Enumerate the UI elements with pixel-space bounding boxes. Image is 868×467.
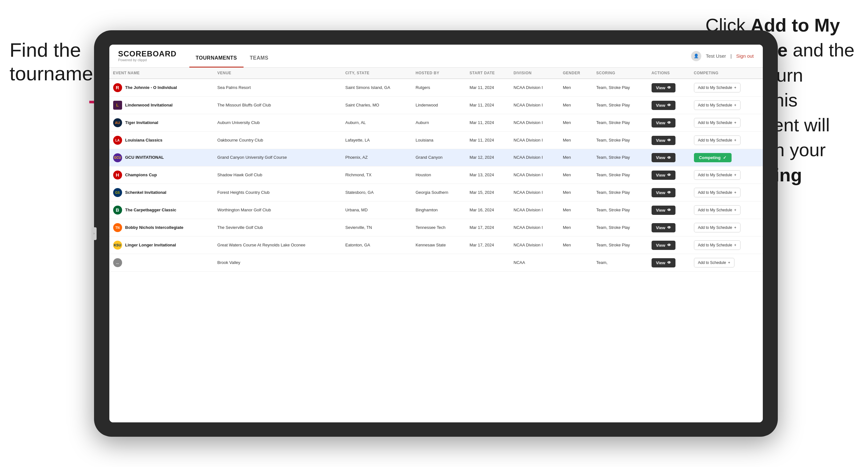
view-button[interactable]: View 👁 — [652, 258, 676, 268]
competing-cell: Add to My Schedule + — [690, 97, 763, 114]
competing-cell: Add to My Schedule + — [690, 79, 763, 97]
view-button[interactable]: View 👁 — [652, 206, 676, 215]
table-row: R The Johnnie - O Individual Sea Palms R… — [109, 79, 763, 97]
division-cell: NCAA Division I — [510, 149, 559, 166]
scoring-cell: Team, Stroke Play — [593, 149, 648, 166]
col-venue: VENUE — [214, 68, 341, 79]
plus-icon: + — [734, 173, 736, 177]
event-name-cell: ... — [109, 254, 214, 272]
add-to-schedule-label: Add to Schedule — [698, 260, 726, 265]
tab-teams[interactable]: TEAMS — [244, 55, 275, 68]
event-name-cell: R The Johnnie - O Individual — [109, 79, 214, 97]
table-row: TN Bobby Nichols Intercollegiate The Sev… — [109, 219, 763, 237]
start-date-cell: Mar 15, 2024 — [466, 184, 510, 201]
competing-cell: Add to My Schedule + — [690, 132, 763, 149]
eye-icon: 👁 — [667, 260, 671, 265]
scoring-cell: Team, Stroke Play — [593, 97, 648, 114]
col-scoring: SCORING — [593, 68, 648, 79]
gender-cell: Men — [559, 237, 593, 254]
hosted-by-cell — [412, 254, 466, 272]
view-button-label: View — [656, 103, 665, 108]
actions-cell: View 👁 — [648, 219, 690, 237]
city-state-cell: Urbana, MD — [341, 201, 411, 219]
gender-cell: Men — [559, 184, 593, 201]
add-to-schedule-label: Add to My Schedule — [698, 225, 732, 230]
city-state-cell: Saint Charles, MO — [341, 97, 411, 114]
scoring-cell: Team, Stroke Play — [593, 201, 648, 219]
event-name-text: Bobby Nichols Intercollegiate — [125, 225, 184, 230]
team-logo: L — [113, 101, 122, 110]
view-button[interactable]: View 👁 — [652, 170, 676, 180]
view-button[interactable]: View 👁 — [652, 153, 676, 162]
view-button[interactable]: View 👁 — [652, 118, 676, 127]
app-header: SCOREBOARD Powered by clippd TOURNAMENTS… — [109, 44, 763, 68]
nav-tabs: TOURNAMENTS TEAMS — [189, 44, 275, 68]
add-to-schedule-button[interactable]: Add to My Schedule + — [694, 205, 741, 215]
sign-out-link[interactable]: Sign out — [736, 53, 753, 59]
add-to-schedule-button[interactable]: Add to My Schedule + — [694, 188, 741, 197]
scoring-cell: Team, Stroke Play — [593, 237, 648, 254]
eye-icon: 👁 — [667, 121, 671, 125]
division-cell: NCAA Division I — [510, 166, 559, 184]
event-name-text: Lindenwood Invitational — [125, 103, 173, 108]
city-state-cell: Saint Simons Island, GA — [341, 79, 411, 97]
add-to-schedule-button[interactable]: Add to My Schedule + — [694, 170, 741, 180]
scoring-cell: Team, Stroke Play — [593, 219, 648, 237]
add-to-schedule-button[interactable]: Add to My Schedule + — [694, 100, 741, 110]
team-logo: GCU — [113, 153, 122, 162]
user-label: Test User — [706, 53, 726, 59]
gender-cell: Men — [559, 97, 593, 114]
add-to-schedule-button[interactable]: Add to My Schedule + — [694, 135, 741, 145]
add-to-schedule-button[interactable]: Add to My Schedule + — [694, 240, 741, 250]
logo-sub: Powered by clippd — [118, 58, 177, 62]
event-name-text: The Johnnie - O Individual — [125, 85, 177, 91]
view-button-label: View — [656, 173, 665, 178]
view-button[interactable]: View 👁 — [652, 83, 676, 92]
add-to-schedule-button[interactable]: Add to My Schedule + — [694, 83, 741, 92]
checkmark-icon: ✓ — [723, 155, 726, 160]
city-state-cell: Phoenix, AZ — [341, 149, 411, 166]
event-name-text: The Carpetbagger Classic — [125, 208, 176, 213]
competing-button[interactable]: Competing ✓ — [694, 153, 732, 162]
hosted-by-cell: Binghamton — [412, 201, 466, 219]
team-logo: GS — [113, 188, 122, 197]
table-row: GS Schenkel Invitational Forest Heights … — [109, 184, 763, 201]
event-name-text: GCU INVITATIONAL — [125, 155, 164, 160]
add-to-schedule-button[interactable]: Add to My Schedule + — [694, 223, 741, 232]
view-button[interactable]: View 👁 — [652, 101, 676, 110]
plus-icon: + — [734, 190, 736, 195]
view-button[interactable]: View 👁 — [652, 188, 676, 197]
eye-icon: 👁 — [667, 243, 671, 247]
event-name-cell: B The Carpetbagger Classic — [109, 201, 214, 219]
venue-cell: Worthington Manor Golf Club — [214, 201, 341, 219]
view-button[interactable]: View 👁 — [652, 136, 676, 145]
sidebar-toggle[interactable]: › — [92, 227, 97, 240]
division-cell: NCAA Division I — [510, 132, 559, 149]
table-row: AU Tiger Invitational Auburn University … — [109, 114, 763, 132]
city-state-cell — [341, 254, 411, 272]
actions-cell: View 👁 — [648, 114, 690, 132]
plus-icon: + — [728, 260, 730, 265]
add-to-schedule-label: Add to My Schedule — [698, 138, 732, 143]
venue-cell: Grand Canyon University Golf Course — [214, 149, 341, 166]
tab-tournaments[interactable]: TOURNAMENTS — [189, 55, 244, 68]
col-actions: ACTIONS — [648, 68, 690, 79]
competing-cell: Add to Schedule + — [690, 254, 763, 272]
division-cell: NCAA Division I — [510, 201, 559, 219]
start-date-cell: Mar 12, 2024 — [466, 149, 510, 166]
event-name-cell: LA Louisiana Classics — [109, 132, 214, 149]
eye-icon: 👁 — [667, 208, 671, 212]
user-avatar: 👤 — [691, 51, 701, 61]
add-to-schedule-button[interactable]: Add to My Schedule + — [694, 118, 741, 127]
view-button[interactable]: View 👁 — [652, 223, 676, 232]
event-name-cell: L Lindenwood Invitational — [109, 97, 214, 114]
actions-cell: View 👁 — [648, 132, 690, 149]
view-button[interactable]: View 👁 — [652, 241, 676, 250]
add-to-schedule-button[interactable]: Add to Schedule + — [694, 258, 735, 268]
hosted-by-cell: Kennesaw State — [412, 237, 466, 254]
view-button-label: View — [656, 86, 665, 90]
plus-icon: + — [734, 103, 736, 107]
actions-cell: View 👁 — [648, 79, 690, 97]
annotation-left-line1: Find the — [9, 39, 81, 61]
table-row: GCU GCU INVITATIONAL Grand Canyon Univer… — [109, 149, 763, 166]
